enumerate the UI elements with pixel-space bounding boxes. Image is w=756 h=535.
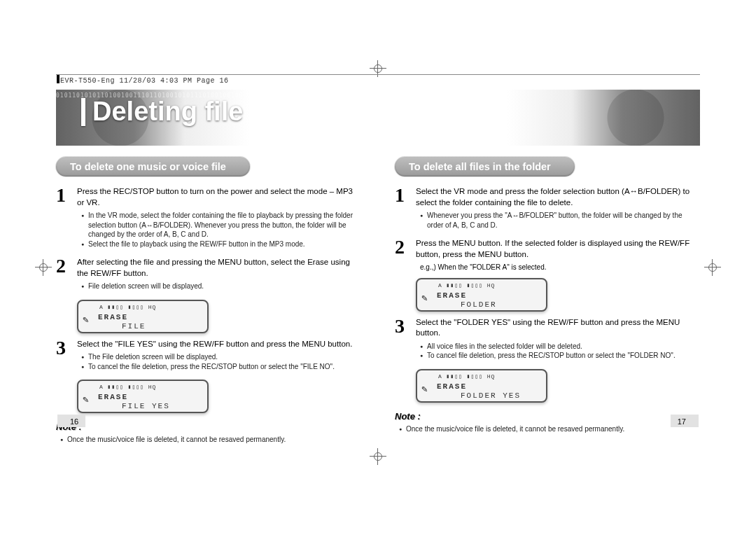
step-text: Select the "FOLDER YES" using the REW/FF… <box>416 318 680 338</box>
step-text: Select the "FILE YES" using the REW/FF b… <box>77 340 352 348</box>
step-body: Select the VR mode and press the folder … <box>416 186 700 232</box>
lcd-line-2: FOLDER YES <box>461 391 521 400</box>
lcd-line-1: ERASE <box>98 313 128 321</box>
lcd-status-row: A ▮▮▯▯ ▮▯▯▯ HQ <box>438 282 495 289</box>
step-body: Select the "FILE YES" using the REW/FF b… <box>77 339 361 375</box>
bullet: Select the file to playback using the RE… <box>81 239 361 249</box>
lcd-line-2: FOLDER <box>461 300 497 309</box>
note-heading: Note : <box>56 422 361 432</box>
lcd-line-1: ERASE <box>437 291 467 300</box>
hero-banner: 0101101010110100100111011010010101110100… <box>56 90 700 146</box>
folder-step-2: 2 Press the MENU button. If the selected… <box>395 238 700 272</box>
single-step-3: 3 Select the "FILE YES" using the REW/FF… <box>56 339 361 375</box>
manual-spread: EVR-T550-Eng 11/28/03 4:03 PM Page 16 01… <box>0 0 756 535</box>
step-text: Select the VR mode and press the folder … <box>416 187 690 207</box>
step-body: After selecting the file and pressing th… <box>77 257 361 294</box>
lcd-line-2: FILE YES <box>122 402 170 410</box>
header-accent <box>57 75 59 83</box>
folder-step-3: 3 Select the "FOLDER YES" using the REW/… <box>395 317 700 363</box>
lcd-erase-file-yes: A ▮▮▯▯ ▮▯▯▯ HQ ✎ ERASE FILE YES <box>77 380 209 413</box>
col-delete-single: To delete one music or voice file 1 Pres… <box>56 153 361 451</box>
step-body: Press the REC/STOP button to turn on the… <box>77 186 361 251</box>
step-number: 2 <box>56 257 70 294</box>
page-title: Deleting file <box>81 97 243 127</box>
bullet: In the VR mode, select the folder contai… <box>81 211 361 239</box>
lcd-line-1: ERASE <box>437 382 467 391</box>
folder-step-1: 1 Select the VR mode and press the folde… <box>395 186 700 232</box>
content-columns: To delete one music or voice file 1 Pres… <box>56 153 700 451</box>
step-text: Press the REC/STOP button to turn on the… <box>77 187 353 207</box>
step-number: 3 <box>395 317 409 363</box>
single-step-2: 2 After selecting the file and pressing … <box>56 257 361 294</box>
erase-icon: ✎ <box>83 394 88 405</box>
step-text: After selecting the file and pressing th… <box>77 258 350 277</box>
bullet: To cancel the file deletion, press the R… <box>81 362 361 372</box>
lcd-status-row: A ▮▮▯▯ ▮▯▯▯ HQ <box>99 304 156 310</box>
example-line: e.g.,) When the "FOLDER A" is selected. <box>420 263 700 272</box>
page-number-left: 16 <box>70 417 78 426</box>
section-pill-folder: To delete all files in the folder <box>395 157 575 176</box>
step-body: Select the "FOLDER YES" using the REW/FF… <box>416 317 700 363</box>
step-number: 1 <box>56 186 70 251</box>
single-step-1: 1 Press the REC/STOP button to turn on t… <box>56 186 361 251</box>
erase-icon: ✎ <box>421 383 427 395</box>
print-meta: EVR-T550-Eng 11/28/03 4:03 PM Page 16 <box>60 77 229 85</box>
erase-icon: ✎ <box>421 292 427 304</box>
lcd-line-1: ERASE <box>98 393 128 401</box>
note-bullet: Once the music/voice file is deleted, it… <box>399 424 700 434</box>
step-body: Press the MENU button. If the selected f… <box>416 238 700 272</box>
page-number-right: 17 <box>678 417 686 426</box>
reg-mark-right <box>704 259 721 276</box>
lcd-line-2: FILE <box>122 322 146 331</box>
section-pill-single: To delete one music or voice file <box>56 157 250 176</box>
bullet: File deletion screen will be displayed. <box>81 282 361 291</box>
bullet: Whenever you press the "A↔B/FOLDER" butt… <box>420 211 700 230</box>
step-text: Press the MENU button. If the selected f… <box>416 239 690 258</box>
lcd-status-row: A ▮▮▯▯ ▮▯▯▯ HQ <box>438 373 495 380</box>
lcd-status-row: A ▮▮▯▯ ▮▯▯▯ HQ <box>99 384 156 390</box>
note-bullet: Once the music/voice file is deleted, it… <box>60 435 361 445</box>
col-delete-folder: To delete all files in the folder 1 Sele… <box>395 153 700 451</box>
step-number: 3 <box>56 339 70 375</box>
header-rule <box>56 74 700 75</box>
erase-icon: ✎ <box>83 314 88 326</box>
lcd-erase-folder: A ▮▮▯▯ ▮▯▯▯ HQ ✎ ERASE FOLDER <box>416 278 547 312</box>
step-number: 1 <box>395 186 409 232</box>
note-heading: Note : <box>395 411 700 422</box>
bullet: The File deletion screen will be display… <box>81 352 361 362</box>
lcd-erase-file: A ▮▮▯▯ ▮▯▯▯ HQ ✎ ERASE FILE <box>77 300 209 333</box>
lcd-erase-folder-yes: A ▮▮▯▯ ▮▯▯▯ HQ ✎ ERASE FOLDER YES <box>416 369 547 403</box>
reg-mark-left <box>35 259 52 276</box>
bullet: All voice files in the selected folder w… <box>420 342 700 352</box>
bullet: To cancel file deletion, press the REC/S… <box>420 351 700 361</box>
step-number: 2 <box>395 238 409 272</box>
